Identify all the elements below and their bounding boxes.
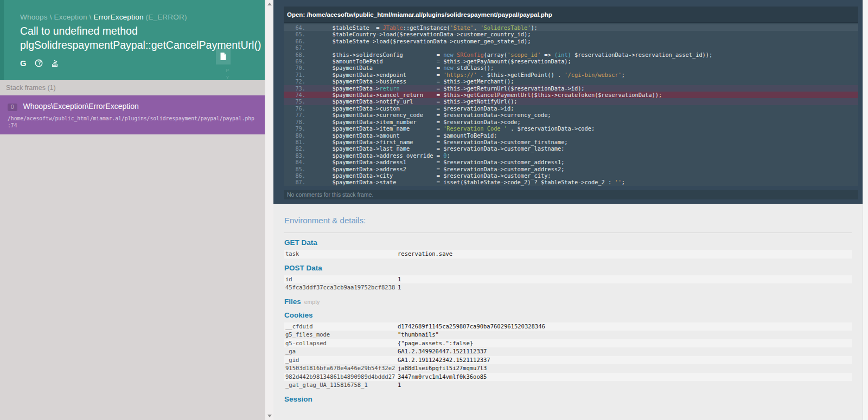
table-row: _gidGA1.2.1911242342.1521112337	[284, 356, 852, 365]
breadcrumb-prefix: Whoops \ Exception \	[20, 13, 94, 21]
divider	[284, 232, 852, 233]
code-line-78: 78. $paymentData->item_number = $reserva…	[284, 119, 858, 125]
line-number: 78.	[284, 119, 305, 125]
table-row: 45fca3ddf37cca3cb9aa19752bcf82381	[284, 283, 852, 292]
line-number: 75.	[284, 98, 305, 105]
line-number: 77.	[284, 112, 305, 118]
code-line-75: 75. $paymentData->notify_url = $this->ge…	[284, 98, 858, 105]
code-line-65: 65. $tableCountry->load($reservationData…	[284, 31, 858, 37]
stack-frame-0[interactable]: 0 Whoops\Exception\ErrorException /home/…	[0, 95, 265, 134]
table-row: _gat_gtag_UA_115816758_11	[284, 381, 852, 390]
code-lines: 64. $tableState = JTable::getInstance('S…	[284, 24, 858, 186]
code-line-71: 71. $paymentData->endpoint = 'https://' …	[284, 72, 858, 78]
get-data-table: taskreservation.save	[284, 250, 852, 259]
code-line-69: 69. $amountToBePaid = $this->getPayAmoun…	[284, 58, 858, 64]
environment-details-section: Environment & details: GET Datataskreser…	[273, 204, 863, 420]
table-row: __cfduidd1742689f1145ca259807ca90ba76029…	[284, 322, 852, 331]
google-search-icon[interactable]: G	[20, 59, 27, 67]
line-number: 85.	[284, 166, 305, 172]
duckduckgo-search-icon[interactable]	[35, 59, 43, 67]
table-row: g5_files_mode"thumbnails"	[284, 331, 852, 339]
line-number: 82.	[284, 145, 305, 152]
table-row: g5-collapsed{"page.assets.":false}	[284, 339, 852, 348]
table-row: 91503d1816bfa670e4a46e29b54f32e2ja88d1se…	[284, 364, 852, 373]
line-number: 64.	[284, 24, 305, 31]
line-number: 66.	[284, 38, 305, 44]
line-number: 67.	[284, 44, 305, 51]
section-heading-get-data: GET Data	[284, 238, 852, 247]
code-line-72: 72. $paymentData->business = $this->getM…	[284, 78, 858, 85]
line-number: 74.	[284, 92, 305, 98]
copy-exception-button[interactable]	[216, 48, 231, 64]
code-line-83: 83. $paymentData->address_override = 0;	[284, 152, 858, 159]
line-number: 79.	[284, 125, 305, 132]
right-panel: Open: /home/acesoftw/public_html/miamar.…	[273, 0, 863, 420]
left-panel: Whoops \ Exception \ ErrorException (E_E…	[0, 0, 265, 420]
environment-details-title: Environment & details:	[284, 216, 852, 225]
code-line-68: 68. $this->solidresConfig = new SRConfig…	[284, 51, 858, 58]
line-number: 71.	[284, 72, 305, 78]
line-number: 76.	[284, 105, 305, 112]
line-number: 73.	[284, 85, 305, 92]
breadcrumb: Whoops \ Exception \ ErrorException (E_E…	[20, 13, 254, 21]
empty-badge: empty	[304, 299, 320, 305]
section-heading-files: Filesempty	[284, 298, 852, 306]
code-line-70: 70. $paymentData = new stdClass();	[284, 64, 858, 71]
exception-message: Call to undefined method plgSolidrespaym…	[20, 24, 237, 53]
open-file-bar: Open: /home/acesoftw/public_html/miamar.…	[284, 7, 858, 23]
line-number: 68.	[284, 51, 305, 58]
line-number: 70.	[284, 64, 305, 71]
table-row: 982d442b98134861b4890989d4bddd273447nm0r…	[284, 373, 852, 382]
line-number: 87.	[284, 179, 305, 185]
scroll-down-arrow[interactable]	[267, 415, 272, 417]
frame-comments-bar: No comments for this stack frame.	[284, 190, 858, 199]
code-line-87: 87. $paymentData->state = isset($tableSt…	[284, 179, 858, 185]
frame-line-number: :74	[8, 122, 257, 130]
frame-file-path: /home/acesoftw/public_html/miamar.al/plu…	[8, 115, 257, 129]
table-row: _gaGA1.2.349926447.1521112337	[284, 347, 852, 356]
code-line-73: 73. $paymentData->return = $this->getRet…	[284, 85, 858, 92]
post-data-table: id145fca3ddf37cca3cb9aa19752bcf82381	[284, 275, 852, 292]
cookies-table: __cfduidd1742689f1145ca259807ca90ba76029…	[284, 322, 852, 390]
code-view: 64. $tableState = JTable::getInstance('S…	[284, 23, 858, 186]
code-line-66: 66. $tableState->load($reservationData->…	[284, 38, 858, 44]
code-line-80: 80. $paymentData->amount = $amountToBePa…	[284, 132, 858, 139]
code-line-86: 86. $paymentData->city = $reservationDat…	[284, 172, 858, 179]
code-line-84: 84. $paymentData->address1 = $reservatio…	[284, 159, 858, 165]
code-line-85: 85. $paymentData->address2 = $reservatio…	[284, 166, 858, 172]
stack-overflow-search-icon[interactable]	[51, 59, 59, 67]
table-row: taskreservation.save	[284, 250, 852, 259]
table-row: id1	[284, 275, 852, 284]
line-number: 80.	[284, 132, 305, 139]
open-label: Open:	[287, 11, 307, 18]
stack-frames-list: 0 Whoops\Exception\ErrorException /home/…	[0, 95, 265, 420]
line-number: 83.	[284, 152, 305, 159]
code-panel: Open: /home/acesoftw/public_html/miamar.…	[273, 0, 863, 204]
code-line-74: 74. $paymentData->cancel_return = $this-…	[284, 92, 858, 98]
left-panel-scrollbar[interactable]	[265, 0, 273, 420]
section-heading-session: Session	[284, 395, 852, 403]
line-number: 86.	[284, 172, 305, 179]
code-line-77: 77. $paymentData->currency_code = $reser…	[284, 112, 858, 118]
line-number: 69.	[284, 58, 305, 64]
breadcrumb-exception-class: ErrorException	[94, 13, 144, 21]
page-scrollbar[interactable]	[863, 0, 868, 420]
code-line-81: 81. $paymentData->first_name = $reservat…	[284, 139, 858, 145]
line-number: 84.	[284, 159, 305, 165]
line-number: 72.	[284, 78, 305, 85]
open-file-path: /home/acesoftw/public_html/miamar.al/plu…	[307, 11, 552, 18]
section-heading-post-data: POST Data	[284, 264, 852, 272]
copy-vertical-label: PY	[216, 66, 231, 82]
exception-header: Whoops \ Exception \ ErrorException (E_E…	[0, 0, 265, 80]
document-copy-icon	[220, 52, 227, 61]
code-line-67: 67.	[284, 44, 858, 51]
line-number: 81.	[284, 139, 305, 145]
breadcrumb-severity: (E_ERROR)	[144, 13, 187, 21]
code-line-82: 82. $paymentData->last_name = $reservati…	[284, 145, 858, 152]
details-sections: GET Datataskreservation.savePOST Dataid1…	[284, 238, 852, 403]
stack-frames-label: Stack frames (1)	[0, 80, 265, 95]
frame-class-name: Whoops\Exception\ErrorException	[23, 102, 139, 111]
code-line-76: 76. $paymentData->custom = $reservationD…	[284, 105, 858, 112]
scroll-up-arrow[interactable]	[267, 3, 272, 5]
frame-index-badge: 0	[8, 104, 17, 111]
